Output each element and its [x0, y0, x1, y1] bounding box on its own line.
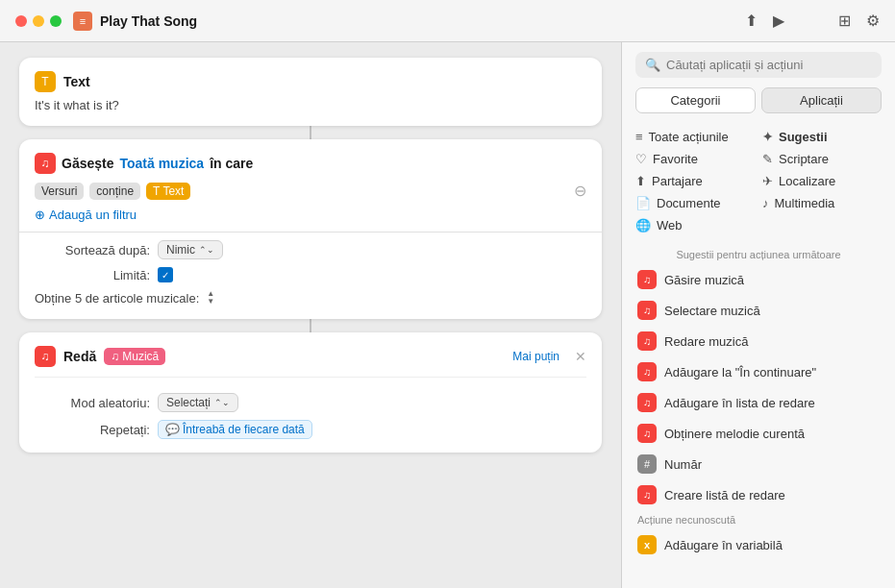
section-divider-necunoscuta: Acțiune necunoscută — [630, 510, 887, 529]
sug-redare-muzica[interactable]: ♫ Redare muzică — [630, 326, 887, 356]
sugestii-section-header: Sugestii pentru acțiunea următoare — [622, 243, 895, 264]
chevron-icon: ⌃⌄ — [199, 245, 214, 255]
filter-row: Versuri conține T Text ⊖ — [35, 182, 586, 200]
mod-aleatoriu-label: Mod aleatoriu: — [35, 396, 150, 410]
sug-icon-5: ♫ — [637, 424, 657, 443]
intreaba-tag[interactable]: 💬 Întreabă de fiecare dată — [158, 420, 312, 439]
card-separator-1 — [19, 232, 602, 233]
connector-1 — [310, 126, 311, 139]
cat-partajare[interactable]: ⬆ Partajare — [635, 171, 755, 191]
sug-numar[interactable]: # Număr — [630, 449, 887, 479]
repetati-row: Repetați: 💬 Întreabă de fiecare dată — [35, 420, 586, 439]
gaseste-header: ♫ Găsește Toată muzica în care — [35, 153, 586, 174]
main-content: T Text It's it what is it? ♫ Găsește Toa… — [0, 42, 895, 588]
sug-selectare-muzica[interactable]: ♫ Selectare muzică — [630, 295, 887, 326]
maximize-button[interactable] — [50, 15, 62, 27]
selectati-select[interactable]: Selectați ⌃⌄ — [158, 393, 238, 412]
sug-icon-9: x — [637, 535, 657, 554]
add-icon[interactable]: ⊞ — [838, 12, 851, 30]
minimize-button[interactable] — [33, 15, 44, 27]
cat-multimedia[interactable]: ♪ Multimedia — [762, 193, 882, 213]
sug-adaugare-continuare[interactable]: ♫ Adăugare la "În continuare" — [630, 356, 887, 387]
share-icon[interactable]: ⬆ — [745, 12, 758, 30]
text-card: T Text It's it what is it? — [19, 58, 602, 126]
search-box[interactable]: 🔍 — [635, 52, 882, 78]
obtine-row: Obține 5 de articole muzicale: ▲ ▼ — [35, 290, 586, 306]
text-card-content[interactable]: It's it what is it? — [35, 98, 586, 112]
filter-versuri[interactable]: Versuri — [35, 183, 84, 200]
cat-web[interactable]: 🌐 Web — [635, 215, 755, 235]
text-card-icon: T — [35, 71, 56, 92]
reda-title: Redă — [63, 349, 96, 364]
sug-obtinere-melodie[interactable]: ♫ Obținere melodie curentă — [630, 418, 887, 449]
tab-aplicatii[interactable]: Aplicații — [761, 87, 882, 113]
sug-icon-6: # — [637, 454, 657, 474]
sug-icon-1: ♫ — [637, 301, 657, 320]
add-filter-button[interactable]: ⊕ Adaugă un filtru — [35, 208, 586, 222]
script-icon: ✎ — [762, 152, 773, 166]
gaseste-title: Găsește — [62, 156, 113, 171]
sug-adaugare-variabila[interactable]: x Adăugare în variabilă — [630, 529, 887, 560]
sug-icon-2: ♫ — [637, 331, 657, 351]
gaseste-in-care: în care — [210, 156, 253, 171]
right-panel-header: 🔍 Categorii Aplicații — [622, 42, 895, 123]
suggestion-list: ♫ Găsire muzică ♫ Selectare muzică ♫ Red… — [622, 264, 895, 588]
cat-toate-actiunile[interactable]: ≡ Toate acțiunile — [635, 127, 755, 147]
list-icon: ≡ — [635, 130, 643, 144]
gaseste-icon: ♫ — [35, 153, 56, 174]
nimic-select[interactable]: Nimic ⌃⌄ — [158, 240, 223, 259]
sug-gasire-muzica[interactable]: ♫ Găsire muzică — [630, 264, 887, 295]
web-icon: 🌐 — [635, 218, 651, 233]
cat-favorite[interactable]: ♡ Favorite — [635, 149, 755, 169]
cat-documente[interactable]: 📄 Documente — [635, 193, 755, 213]
reda-music-tag[interactable]: ♫ Muzică — [104, 348, 165, 365]
cat-scriptare[interactable]: ✎ Scriptare — [762, 149, 882, 169]
obtine-stepper[interactable]: ▲ ▼ — [207, 290, 214, 306]
filter-contine[interactable]: conține — [89, 183, 140, 200]
connector-2 — [310, 319, 311, 332]
share-icon-cat: ⬆ — [635, 174, 646, 188]
titlebar-actions: ⬆ ▶ ⊞ ⚙ — [745, 12, 880, 30]
limita-row: Limită: ✓ — [35, 267, 586, 282]
traffic-lights — [15, 15, 62, 27]
sug-icon-0: ♫ — [637, 270, 657, 289]
obtine-label: Obține 5 de articole muzicale: — [35, 291, 199, 306]
multimedia-icon: ♪ — [762, 196, 769, 210]
close-reda-icon[interactable]: ✕ — [575, 349, 586, 364]
workflow-panel: T Text It's it what is it? ♫ Găsește Toa… — [0, 42, 621, 588]
categories-grid: ≡ Toate acțiunile ✦ Sugestii ♡ Favorite … — [622, 123, 895, 243]
tab-categorii[interactable]: Categorii — [635, 87, 756, 113]
window-title: Play That Song — [100, 13, 197, 29]
cat-localizare[interactable]: ✈ Localizare — [762, 171, 882, 191]
play-icon[interactable]: ▶ — [773, 12, 784, 30]
gaseste-highlight[interactable]: Toată muzica — [119, 156, 204, 171]
plus-icon: ⊕ — [35, 208, 45, 222]
chevron-down-icon: ⌃⌄ — [214, 398, 230, 407]
repetati-label: Repetați: — [35, 423, 150, 437]
sug-icon-4: ♫ — [637, 393, 657, 412]
sliders-icon[interactable]: ⚙ — [866, 12, 880, 30]
mai-putin-button[interactable]: Mai puțin — [512, 350, 559, 363]
reda-card: ♫ Redă ♫ Muzică Mai puțin ✕ Mod aleatori… — [19, 332, 602, 453]
right-panel: 🔍 Categorii Aplicații ≡ Toate acțiunile … — [621, 42, 895, 588]
doc-icon: 📄 — [635, 196, 651, 210]
remove-filter-icon[interactable]: ⊖ — [574, 182, 586, 200]
sug-adaugare-lista[interactable]: ♫ Adăugare în lista de redare — [630, 387, 887, 418]
reda-header: ♫ Redă ♫ Muzică Mai puțin ✕ — [35, 346, 586, 367]
sugestii-icon: ✦ — [762, 130, 773, 144]
gaseste-card: ♫ Găsește Toată muzica în care Versuri c… — [19, 139, 602, 319]
close-button[interactable] — [15, 15, 27, 27]
location-icon: ✈ — [762, 174, 773, 188]
text-card-header: T Text — [35, 71, 586, 92]
filter-text[interactable]: T Text — [146, 183, 190, 200]
reda-settings: Mod aleatoriu: Selectați ⌃⌄ Repetați: 💬 … — [35, 377, 586, 439]
text-card-title: Text — [63, 74, 90, 89]
limita-label: Limită: — [35, 268, 150, 282]
limita-checkbox[interactable]: ✓ — [158, 267, 173, 282]
cat-sugestii[interactable]: ✦ Sugestii — [762, 127, 882, 147]
sug-creare-lista[interactable]: ♫ Creare listă de redare — [630, 479, 887, 510]
search-input[interactable] — [666, 58, 872, 72]
seg-control: Categorii Aplicații — [635, 87, 882, 113]
sorteaza-row: Sortează după: Nimic ⌃⌄ — [35, 240, 586, 259]
heart-icon: ♡ — [635, 152, 647, 166]
